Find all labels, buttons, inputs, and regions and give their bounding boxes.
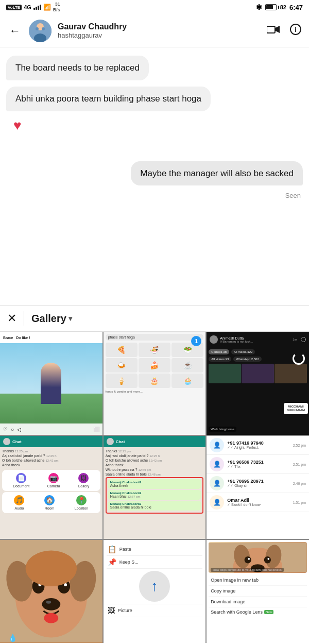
seen-status: Seen	[285, 192, 301, 199]
cell5-msg-3: O toh bolche allowed ache 12:42 pm	[106, 459, 204, 462]
dog-image	[0, 540, 102, 643]
keep-item: 📌 Keep S...	[107, 556, 203, 569]
svg-marker-6	[276, 26, 280, 33]
picture-icon: 🖼	[108, 606, 115, 615]
contact-name-1: +91 97416 97940	[227, 440, 289, 446]
cell9-thumbnail: How dogs contribute to your health and h…	[209, 542, 307, 573]
copy-image-item[interactable]: Copy image	[209, 586, 307, 597]
food-stickers: 🍕 🍜 🥗 🍛 🍰 ☕ 🍦 🎂 🧁	[106, 343, 204, 388]
time-display: 6:47	[289, 4, 303, 11]
gallery-cell-2[interactable]: phase start hoga 1 🍕 🍜 🥗 🍛 🍰 ☕ 🍦 🎂 🧁 foo…	[104, 332, 206, 435]
search-google-item[interactable]: Search with Google Lens New	[209, 607, 307, 617]
svg-point-17	[42, 598, 60, 611]
contact-msg-3: ✓✓ Okay sir	[227, 484, 289, 488]
cell5-green-1: Manasij Chakraborti2 Acha theek	[108, 479, 202, 489]
cell4-msg-3: O toh bolche allowed ache 12:42 pm	[2, 459, 100, 462]
room-icon-item: 🏠 Room	[44, 495, 55, 510]
picture-label: Picture	[118, 608, 132, 613]
svg-point-19	[44, 613, 58, 623]
bluetooth-icon: ✱	[256, 3, 262, 11]
gallery-cell-9[interactable]: How dogs contribute to your health and h…	[207, 540, 309, 643]
gallery-cell-6[interactable]: 👤 +91 97416 97940 ✓✓ Alright. Perfect. 2…	[207, 436, 309, 539]
cell4-name: Chat	[12, 439, 22, 444]
video-call-icon[interactable]	[267, 24, 280, 38]
cell5-msg-5: Without e pass na ? 12:46 pm	[106, 468, 204, 471]
cell5-green-3: Manasij Chakraborti2 Saala online alada …	[108, 501, 202, 511]
upload-arrow-icon: ↑	[151, 578, 158, 595]
svg-point-3	[36, 27, 39, 30]
contact-time-1: 2:52 pm	[293, 444, 306, 447]
audio-icon: 🎵	[14, 495, 24, 505]
gallery-icon: 🖼	[78, 473, 89, 483]
contact-msg-4: ✓ Baaki I don't know	[227, 503, 289, 507]
svg-text:i: i	[295, 26, 297, 33]
info-icon[interactable]: i	[289, 23, 302, 39]
status-left: VoLTE 4G 📶 31B/s	[6, 2, 60, 13]
message-1: The board needs to be replaced	[6, 56, 149, 80]
gallery-cell-4[interactable]: Chat Thanks 12:25 pm Aaj raat obdi janat…	[0, 436, 102, 539]
gallery-cell-7[interactable]: 💧	[0, 540, 102, 643]
room-icon: 🏠	[44, 495, 55, 505]
food-2: 🍜	[139, 343, 170, 357]
gallery-close-button[interactable]: ✕	[7, 312, 16, 325]
keep-icon: 📌	[108, 558, 116, 566]
cell5-msg-6: Saala online alada hi bole 12:48 pm	[106, 472, 204, 476]
whatsapp-images-tab: WhatsApp 2,502	[233, 357, 261, 362]
loading-spinner	[293, 352, 305, 365]
contact-time-4: 1:51 pm	[293, 501, 306, 504]
keep-label: Keep S...	[119, 560, 139, 565]
food-7: 🍦	[106, 374, 138, 388]
svg-point-27	[264, 556, 271, 563]
food-9: 🧁	[171, 374, 203, 388]
download-image-item[interactable]: Download image	[209, 597, 307, 607]
gal-label: Gallery	[78, 484, 89, 488]
back-button[interactable]: ←	[7, 22, 23, 40]
heart-reaction: ♥	[13, 117, 21, 133]
contact-time-3: 2:46 pm	[293, 482, 306, 485]
location-icon: 📍	[76, 495, 87, 505]
cell5-name: Chat	[116, 439, 125, 444]
gallery-cell-3[interactable]: Animesh Dutta If Bartomeu is not kick...…	[207, 332, 309, 435]
contact-avatar-3: 👤	[210, 476, 224, 490]
paste-icon: 📋	[108, 545, 116, 553]
doc-icon-item: 📄 Document	[13, 473, 29, 488]
cell5-green-2: Manasij Chakraborti2 Haan bhai 12:57 pm	[108, 490, 202, 500]
contact-msg-2: ✓✓ Thx	[227, 465, 289, 469]
contact-avatar-1: 👤	[210, 438, 224, 452]
picture-item: 🖼 Picture	[107, 604, 203, 617]
cell4-msg-4: Acha theek	[2, 463, 100, 467]
svg-point-20	[26, 551, 77, 587]
upload-circle[interactable]: ↑	[139, 571, 170, 602]
gal-icon-item: 🖼 Gallery	[78, 473, 89, 488]
gallery-cell-5[interactable]: Chat Thanks 12:25 pm Aaj raat obdi janat…	[104, 436, 206, 539]
doc-label: Document	[13, 484, 29, 488]
cell4-avatar	[3, 438, 10, 445]
gallery-mini-grid	[209, 364, 307, 383]
cell4-body: Thanks 12:25 pm Aaj raat obdi janate par…	[0, 447, 102, 515]
gallery-title-button[interactable]: Gallery ▾	[31, 313, 72, 325]
share-icon: ◁	[17, 427, 21, 432]
cell5-header: Chat	[104, 436, 206, 447]
document-icon: 📄	[16, 473, 26, 483]
contact-avatar-2: 👤	[210, 457, 224, 471]
battery-icon: 82	[265, 4, 286, 10]
svg-point-26	[245, 556, 251, 563]
gallery-grid: Brace Do like ! ♡ ○ ◁ ⬜ phase start hoga…	[0, 332, 309, 643]
gallery-cell-8[interactable]: 📋 Paste 📌 Keep S... ↑ 🖼 Picture	[104, 540, 206, 643]
instagram-bar: Brace Do like !	[0, 332, 102, 343]
cell5-msg-4: Acha theek	[106, 463, 204, 467]
status-right: ✱ 82 6:47	[256, 3, 303, 11]
svg-point-29	[268, 558, 270, 560]
gallery-cell-1[interactable]: Brace Do like ! ♡ ○ ◁ ⬜	[0, 332, 102, 435]
thumb-2	[242, 364, 274, 383]
svg-point-28	[248, 558, 250, 560]
cell5-body: Thanks 12:25 pm Aaj raat obdi janate par…	[104, 447, 206, 517]
open-new-tab-item[interactable]: Open image in new tab	[209, 575, 307, 586]
cell3-time: 1w	[293, 338, 297, 341]
contact-handle: hashtaggaurav	[58, 31, 261, 39]
svg-rect-5	[267, 26, 275, 33]
contact-msg-1: ✓✓ Alright. Perfect.	[227, 446, 289, 450]
contact-row-2: 👤 +91 96586 73251 ✓✓ Thx 2:51 pm	[207, 455, 309, 474]
contact-info-4: Omar Adil ✓ Baaki I don't know	[227, 498, 289, 507]
cell5-msg-2: Aaj raat obdi janate parbi ? 12:25 h	[106, 454, 204, 457]
